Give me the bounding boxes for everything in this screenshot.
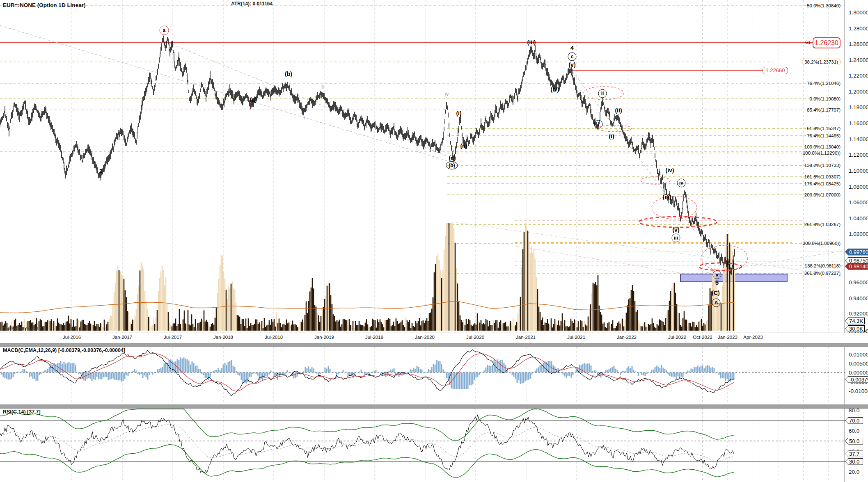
axis-tick-label: 1.20000: [849, 89, 868, 95]
date-axis-label: Jan-2020: [415, 335, 435, 340]
axis-tick-label: 1.02000: [849, 231, 868, 237]
price-tag: 30.0K: [845, 325, 865, 332]
rsi-upper-band: [0, 409, 734, 441]
price-tag: -0.00379: [845, 376, 868, 383]
price-tag: 74.3K: [845, 318, 865, 324]
axis-tick-label: 0.92000: [849, 311, 868, 317]
date-axis-label: Jan-2019: [314, 335, 334, 340]
price-tag-text: 50.0: [849, 438, 859, 445]
axis-tick-label: 1.26000: [849, 41, 868, 47]
axis-tick-label: 0.94000: [849, 295, 868, 302]
axis-tick-label: 1.18000: [849, 104, 868, 110]
axis-tick-label: 1.08000: [849, 184, 868, 190]
axis-tick-label: 1.10000: [849, 168, 868, 174]
macd-histogram: [0, 357, 734, 389]
date-axis-label: Jan-2021: [516, 335, 536, 340]
price-tag-text: 0.98140: [849, 263, 868, 270]
date-axis-label: Jan-2023: [718, 335, 737, 340]
trendline[interactable]: [0, 25, 456, 163]
rsi-mid-band: [0, 424, 734, 461]
price-tag-text: 37.7: [849, 450, 859, 457]
date-axis-label: Jan-2017: [112, 335, 132, 340]
rsi-line: [0, 415, 734, 473]
date-axis-label: Jul-2018: [265, 335, 283, 340]
wave-ellipse[interactable]: [641, 177, 670, 184]
price-tag: 37.7: [845, 450, 863, 457]
wave-ellipse[interactable]: [639, 217, 717, 227]
date-axis-label: Apr-2023: [743, 335, 763, 340]
date-axis-label: Oct-2022: [693, 335, 712, 340]
price-tag: 0.99760: [845, 249, 868, 256]
rsi-lower-band: [0, 445, 734, 478]
axis-tick-label: 20.0: [849, 469, 859, 475]
axis-tick-label: 1.24000: [849, 57, 868, 63]
volume-ma-line: [0, 301, 734, 313]
wave-ellipse[interactable]: [652, 196, 697, 219]
axis-tick-label: 1.12000: [849, 152, 868, 158]
volume-bars-down: [1, 223, 733, 331]
panel-separator-rsi[interactable]: [0, 404, 868, 409]
price-tag-text: 30.0K: [849, 325, 863, 332]
time-axis[interactable]: Jul-2016Jan-2017Jul-2017Jan-2018Jul-2018…: [0, 333, 868, 343]
chart-plot-area[interactable]: [0, 0, 868, 482]
date-axis-label: Jul-2019: [365, 335, 383, 340]
price-tag: 0.98140: [845, 263, 868, 270]
axis-tick-label: 1.28000: [849, 25, 868, 32]
date-axis-label: Jul-2021: [567, 335, 585, 340]
axis-tick-label: -0.01000: [849, 388, 868, 394]
price-tag-text: 30.0: [849, 458, 859, 465]
date-axis-label: Jan-2022: [617, 335, 637, 340]
axis-tick-label: 1.22000: [849, 73, 868, 79]
price-tag-text: 74.3K: [849, 318, 863, 324]
price-tag: 70.0: [845, 417, 863, 424]
axis-tick-label: 0.00000: [849, 370, 868, 376]
axis-tick-label: 1.14000: [849, 136, 868, 142]
axis-tick-label: 0.00500: [849, 361, 868, 367]
axis-tick-label: 1.06000: [849, 199, 868, 206]
price-tag-text: -0.00379: [849, 376, 868, 383]
date-axis-label: Jan-2018: [213, 335, 233, 340]
price-tag: 30.0: [845, 458, 863, 465]
axis-tick-label: 1.30000: [849, 9, 868, 16]
axis-tick-label: 0.01000: [849, 352, 868, 358]
chart-window: EUR=:NONE (Option 1D Linear) ATR(14): 0.…: [0, 0, 868, 482]
axis-tick-label: 0.96000: [849, 279, 868, 286]
wave-ellipse[interactable]: [699, 263, 742, 270]
panel-separator-macd[interactable]: [0, 343, 868, 347]
date-axis-label: Jul-2016: [63, 335, 81, 340]
trendline[interactable]: [516, 246, 687, 274]
price-tag-text: 70.0: [849, 417, 859, 424]
axis-tick-label: 1.16000: [849, 120, 868, 126]
axis-tick-label: 1.04000: [849, 215, 868, 222]
price-tag: 50.0: [845, 438, 863, 445]
price-tag-text: 0.99760: [849, 249, 868, 256]
price-bars[interactable]: [0, 35, 735, 274]
date-axis-label: Jul-2017: [164, 335, 182, 340]
price-axis[interactable]: 1.300001.280001.260001.240001.220001.200…: [845, 0, 868, 482]
date-axis-label: Jul-2020: [466, 335, 484, 340]
date-axis-label: Jul-2022: [668, 335, 686, 340]
wave-ellipse[interactable]: [584, 87, 624, 100]
axis-tick-label: 60.0: [849, 428, 859, 434]
